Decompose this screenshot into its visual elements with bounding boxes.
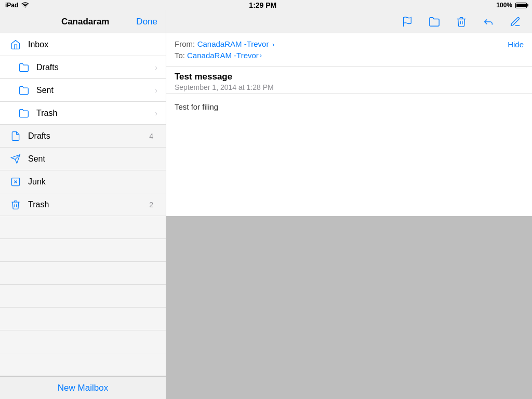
trash-button[interactable] (453, 14, 470, 30)
from-label: From: (175, 39, 195, 48)
sidebar-item-junk[interactable]: Junk (0, 170, 166, 193)
to-chevron-icon: › (260, 51, 262, 59)
sidebar-header: Canadaram Done (0, 10, 166, 33)
email-body: Test for filing (166, 94, 532, 119)
from-name[interactable]: CanadaRAM -Trevor (197, 39, 269, 48)
folder-button[interactable] (426, 14, 443, 30)
trash-smart-icon (8, 200, 23, 210)
folder-group: Drafts › Sent › (0, 56, 166, 125)
drafts-badge: 4 (149, 132, 153, 140)
email-from-field: From: CanadaRAM -Trevor › (175, 39, 274, 49)
status-time: 1:29 PM (249, 1, 276, 9)
sidebar-footer: New Mailbox (0, 376, 166, 399)
sidebar-item-sent-smart[interactable]: Sent (0, 148, 166, 170)
inbox-icon (8, 39, 23, 50)
email-header: From: CanadaRAM -Trevor › Hide To: Canad… (166, 33, 532, 66)
drafts-smart-icon (8, 131, 23, 141)
email-subject-row: Test message September 1, 2014 at 1:28 P… (166, 66, 532, 94)
email-subject: Test message (175, 72, 524, 82)
sidebar-item-inbox[interactable]: Inbox (0, 33, 166, 56)
content-area: From: CanadaRAM -Trevor › Hide To: Canad… (166, 10, 532, 399)
trash-badge: 2 (149, 201, 153, 209)
flag-icon (402, 16, 413, 28)
to-label: To: (175, 51, 185, 60)
new-mailbox-button[interactable]: New Mailbox (58, 383, 108, 393)
content-toolbar (166, 10, 532, 33)
trash-folder-label: Trash (36, 109, 155, 118)
email-view: From: CanadaRAM -Trevor › Hide To: Canad… (166, 33, 532, 216)
sent-smart-label: Sent (28, 154, 153, 164)
sent-folder-label: Sent (36, 86, 155, 95)
compose-button[interactable] (507, 14, 524, 30)
device-label: iPad (5, 2, 18, 9)
smart-group: Drafts 4 Sent (0, 125, 166, 216)
folder-icon-drafts (17, 62, 31, 73)
inbox-label: Inbox (28, 40, 157, 49)
reply-icon (483, 16, 494, 28)
folder-move-icon (429, 16, 440, 28)
chevron-icon-trash: › (155, 109, 157, 117)
sent-smart-icon (8, 154, 23, 164)
chevron-icon-sent: › (155, 86, 157, 95)
hide-button[interactable]: Hide (508, 40, 524, 49)
reply-button[interactable] (480, 14, 497, 30)
compose-icon (510, 16, 521, 28)
sidebar-content: Inbox Drafts › (0, 33, 166, 376)
sidebar-item-trash-smart[interactable]: Trash 2 (0, 193, 166, 216)
sidebar-item-trash-folder[interactable]: Trash › (0, 102, 166, 125)
sidebar: Canadaram Done Inbox (0, 10, 166, 399)
content-background (166, 216, 532, 399)
wifi-icon (21, 2, 29, 9)
folder-icon-sent (17, 85, 31, 96)
done-button[interactable]: Done (136, 17, 157, 27)
trash-smart-label: Trash (28, 200, 149, 209)
flag-button[interactable] (399, 14, 416, 30)
junk-label: Junk (28, 177, 153, 187)
sidebar-item-sent-folder[interactable]: Sent › (0, 79, 166, 102)
email-to-row: To: CanadaRAM -Trevor › (175, 51, 524, 60)
drafts-folder-label: Drafts (36, 63, 155, 72)
trash-icon (456, 16, 467, 28)
drafts-smart-label: Drafts (28, 131, 149, 141)
from-chevron-icon: › (272, 41, 274, 48)
folder-icon-trash (17, 108, 31, 118)
chevron-icon-drafts: › (155, 63, 157, 72)
battery-percent: 100% (496, 2, 512, 9)
junk-icon (8, 177, 23, 187)
email-body-text: Test for filing (175, 102, 218, 111)
email-date: September 1, 2014 at 1:28 PM (175, 83, 524, 91)
sidebar-item-drafts-smart[interactable]: Drafts 4 (0, 125, 166, 148)
sidebar-item-drafts-folder[interactable]: Drafts › (0, 56, 166, 79)
sidebar-title: Canadaram (61, 17, 110, 27)
to-name[interactable]: CanadaRAM -Trevor (187, 51, 259, 60)
status-right: 100% (496, 2, 527, 9)
battery-icon (515, 3, 527, 8)
status-left: iPad (5, 2, 29, 9)
